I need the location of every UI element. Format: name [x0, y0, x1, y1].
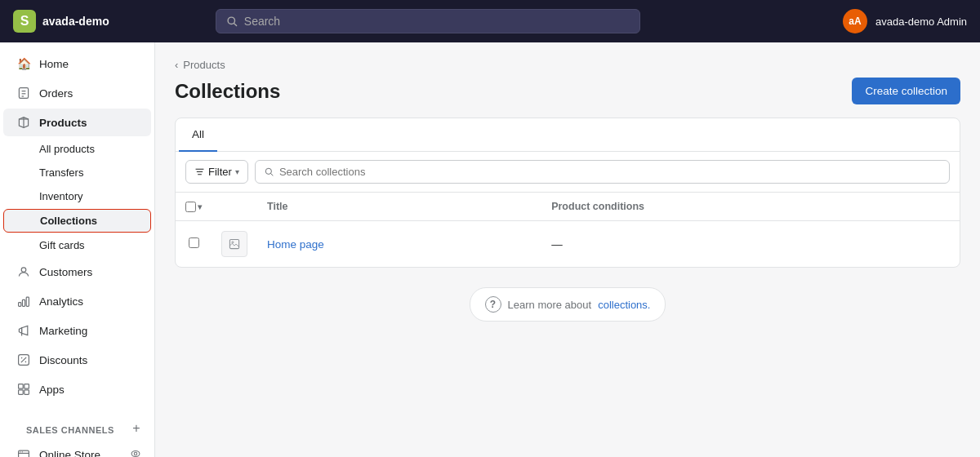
products-icon	[16, 115, 31, 130]
discounts-icon	[16, 353, 31, 367]
sidebar: 🏠 Home Orders Prod	[0, 42, 155, 457]
svg-rect-20	[24, 390, 29, 395]
select-all-checkbox[interactable]	[185, 202, 196, 212]
svg-point-23	[20, 451, 20, 452]
tab-all[interactable]: All	[179, 118, 217, 152]
row-checkbox[interactable]	[189, 237, 199, 248]
svg-point-24	[22, 451, 23, 452]
page-header: Collections Create collection	[175, 78, 960, 104]
sales-channels-title: SALES CHANNELS	[13, 419, 127, 438]
search-box	[216, 9, 640, 33]
svg-rect-9	[19, 303, 21, 307]
learn-more-link[interactable]: collections.	[598, 299, 650, 311]
sidebar-sub-collections[interactable]: Collections	[3, 209, 151, 233]
sidebar-item-analytics[interactable]: Analytics	[3, 287, 151, 315]
sidebar-item-products[interactable]: Products	[3, 109, 151, 136]
top-nav: S avada-demo aA avada-demo Admin	[0, 0, 980, 42]
th-icon	[212, 193, 257, 221]
svg-point-34	[232, 242, 234, 243]
svg-rect-10	[22, 299, 24, 306]
svg-rect-21	[19, 450, 29, 457]
checkbox-chevron-icon[interactable]: ▾	[198, 202, 202, 211]
row-title-cell: Home page	[257, 221, 541, 268]
search-input[interactable]	[244, 15, 630, 28]
sidebar-item-online-store[interactable]: Online Store	[3, 442, 151, 457]
sidebar-item-label: Analytics	[39, 295, 83, 308]
th-title: Title	[257, 193, 541, 221]
analytics-icon	[16, 294, 31, 308]
svg-rect-18	[24, 384, 29, 389]
filter-icon	[194, 166, 205, 177]
customers-icon	[16, 264, 31, 279]
sidebar-sub-label: Inventory	[39, 190, 82, 202]
table-header-row: ▾ Title Product conditions	[176, 193, 960, 221]
sidebar-item-apps[interactable]: Apps	[3, 375, 151, 403]
search-collections-input[interactable]	[279, 166, 941, 178]
sidebar-item-label: Orders	[39, 87, 73, 100]
sidebar-item-label: Apps	[39, 384, 65, 396]
online-store-left: Online Store	[16, 447, 100, 457]
th-checkbox: ▾	[176, 193, 212, 221]
sidebar-sub-transfers[interactable]: Transfers	[3, 162, 151, 184]
breadcrumb[interactable]: ‹ Products	[175, 59, 960, 71]
home-icon: 🏠	[16, 56, 31, 71]
page-title: Collections	[175, 80, 280, 103]
collection-link[interactable]: Home page	[267, 238, 324, 251]
marketing-icon	[16, 323, 31, 338]
sidebar-item-orders[interactable]: Orders	[3, 79, 151, 107]
apps-icon	[16, 382, 31, 397]
filter-chevron-icon: ▾	[235, 167, 239, 176]
top-nav-right: aA avada-demo Admin	[843, 9, 967, 33]
svg-rect-11	[26, 297, 29, 306]
online-store-label: Online Store	[39, 449, 100, 458]
svg-rect-17	[19, 384, 24, 389]
online-store-icon	[16, 447, 31, 457]
filter-label: Filter	[208, 166, 232, 178]
sidebar-sub-inventory[interactable]: Inventory	[3, 185, 151, 207]
filter-bar: Filter ▾	[176, 152, 960, 193]
learn-more-text: Learn more about	[508, 299, 592, 311]
svg-point-16	[25, 362, 27, 363]
svg-line-1	[234, 23, 236, 25]
th-conditions: Product conditions	[541, 193, 960, 221]
create-collection-button[interactable]: Create collection	[852, 78, 960, 104]
sidebar-sub-all-products[interactable]: All products	[3, 138, 151, 160]
admin-label: avada-demo Admin	[875, 16, 967, 28]
learn-more-section: ? Learn more about collections.	[175, 268, 960, 335]
breadcrumb-label: Products	[183, 59, 225, 71]
sidebar-item-marketing[interactable]: Marketing	[3, 317, 151, 344]
collections-table: ▾ Title Product conditions	[176, 193, 960, 267]
avatar[interactable]: aA	[843, 9, 867, 33]
sidebar-sub-label: Collections	[40, 215, 97, 227]
app-body: 🏠 Home Orders Prod	[0, 42, 980, 457]
help-icon: ?	[485, 296, 501, 313]
breadcrumb-arrow: ‹	[175, 59, 178, 71]
row-checkbox-cell	[176, 221, 212, 268]
svg-line-32	[270, 173, 273, 175]
collections-card: All Filter ▾	[175, 118, 960, 268]
sidebar-sub-gift-cards[interactable]: Gift cards	[3, 234, 151, 256]
filter-button[interactable]: Filter ▾	[185, 160, 248, 184]
search-icon	[226, 16, 238, 27]
table-row: Home page —	[176, 221, 960, 268]
tabs-row: All	[176, 118, 960, 152]
sidebar-item-home[interactable]: 🏠 Home	[3, 50, 151, 78]
brand-logo[interactable]: S avada-demo	[13, 10, 109, 33]
sidebar-item-discounts[interactable]: Discounts	[3, 346, 151, 374]
svg-rect-19	[19, 390, 24, 395]
row-conditions-cell: —	[541, 221, 960, 268]
svg-point-15	[21, 357, 23, 359]
eye-icon[interactable]	[130, 448, 141, 458]
svg-point-26	[134, 452, 137, 455]
row-icon-cell	[212, 221, 257, 268]
sidebar-sub-label: Transfers	[39, 166, 83, 179]
search-collections-box	[255, 160, 950, 184]
orders-icon	[16, 86, 31, 100]
sales-channels-header: SALES CHANNELS +	[0, 414, 154, 441]
sidebar-sub-label: All products	[39, 143, 95, 155]
sidebar-sub-label: Gift cards	[39, 239, 85, 251]
sidebar-item-customers[interactable]: Customers	[3, 258, 151, 286]
add-sales-channel-button[interactable]: +	[128, 420, 145, 437]
image-icon	[229, 238, 240, 250]
sidebar-item-label: Discounts	[39, 354, 87, 366]
